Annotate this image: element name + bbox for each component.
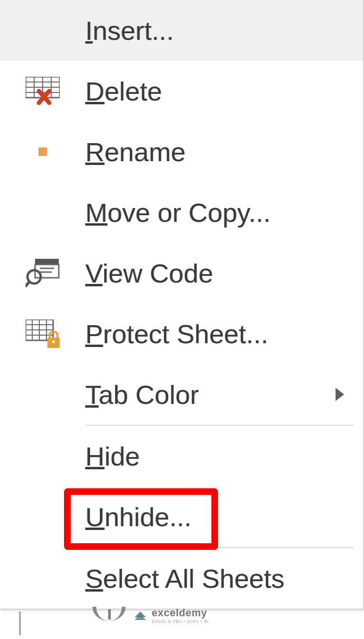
svg-line-12 xyxy=(26,282,29,286)
watermark-brand: exceldemy xyxy=(152,607,209,619)
watermark: exceldemy EXCEL & VBA + DATA + BI xyxy=(133,607,209,624)
menu-label: Rename xyxy=(85,137,363,167)
icon-cell xyxy=(0,77,85,105)
delete-grid-icon xyxy=(26,77,60,105)
svg-point-21 xyxy=(52,340,55,343)
menu-item-move-copy[interactable]: Move or Copy... xyxy=(0,182,363,243)
menu-label: Move or Copy... xyxy=(85,197,363,228)
submenu-arrow-icon xyxy=(336,388,344,401)
menu-label: View Code xyxy=(85,258,363,289)
icon-cell xyxy=(0,320,85,348)
menu-item-hide[interactable]: Hide xyxy=(0,426,363,486)
partial-hidden-icon-line xyxy=(108,609,111,620)
sheet-tab-context-menu: Insert... Delete Rename xyxy=(0,0,364,610)
menu-item-insert[interactable]: Insert... xyxy=(0,0,363,61)
menu-label: Unhide... xyxy=(85,502,363,532)
protect-sheet-icon xyxy=(26,320,60,348)
icon-cell xyxy=(0,147,85,156)
watermark-logo-icon xyxy=(133,608,148,623)
menu-label: Insert... xyxy=(85,15,363,46)
icon-cell xyxy=(0,259,85,287)
rename-dot-icon xyxy=(38,147,47,156)
menu-item-rename[interactable]: Rename xyxy=(0,121,363,182)
menu-item-delete[interactable]: Delete xyxy=(0,61,363,121)
menu-label: Tab Color xyxy=(85,379,363,410)
svg-rect-7 xyxy=(35,259,59,265)
menu-item-select-all-sheets[interactable]: Select All Sheets xyxy=(0,548,363,609)
menu-item-unhide[interactable]: Unhide... xyxy=(0,486,363,547)
watermark-tagline: EXCEL & VBA + DATA + BI xyxy=(152,619,209,624)
menu-item-tab-color[interactable]: Tab Color xyxy=(0,364,363,425)
partial-border xyxy=(19,612,21,635)
menu-label: Delete xyxy=(85,76,363,107)
menu-item-protect-sheet[interactable]: Protect Sheet... xyxy=(0,303,363,364)
menu-label: Protect Sheet... xyxy=(85,319,363,349)
menu-label: Select All Sheets xyxy=(85,563,363,594)
menu-item-view-code[interactable]: View Code xyxy=(0,243,363,303)
view-code-icon xyxy=(26,259,60,287)
menu-label: Hide xyxy=(85,441,363,472)
